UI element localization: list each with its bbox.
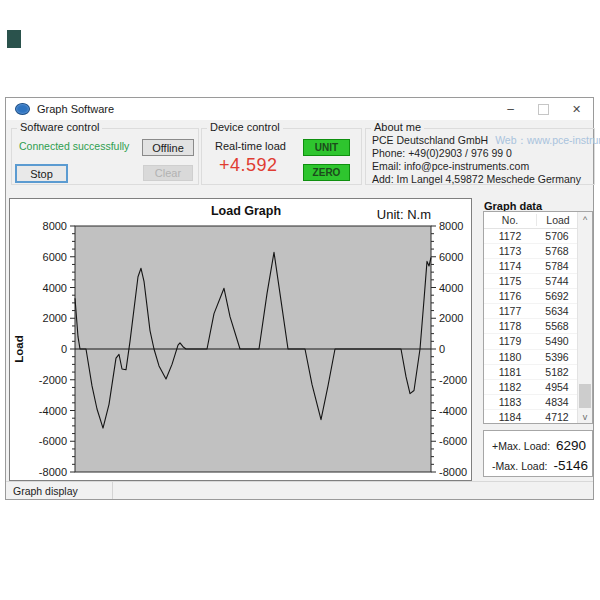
max-load-box: +Max. Load: 6290 -Max. Load: -5146	[483, 430, 593, 477]
table-scrollbar[interactable]: ^ v	[577, 212, 592, 423]
svg-text:-2000: -2000	[39, 374, 67, 386]
svg-text:-2000: -2000	[439, 374, 467, 386]
unit-button[interactable]: UNIT	[303, 139, 350, 156]
maximize-button[interactable]	[527, 98, 560, 120]
svg-text:-8000: -8000	[39, 466, 67, 478]
table-row[interactable]: 11805396	[484, 350, 592, 365]
email-line: Email: info@pce-instruments.com	[372, 160, 600, 173]
svg-text:-4000: -4000	[39, 405, 67, 417]
software-control-group: Software control Connected successfully …	[11, 128, 199, 185]
table-row[interactable]: 11725706	[484, 229, 592, 244]
load-chart: -8000-8000-6000-6000-4000-4000-2000-2000…	[10, 199, 473, 482]
realtime-load-value: +4.592	[219, 155, 278, 176]
about-group: About me PCE Deutschland GmbH Web：www.pc…	[365, 128, 595, 185]
table-header: No. Load	[484, 212, 592, 229]
max-pos-value: 6290	[556, 438, 586, 453]
company-name: PCE Deutschland GmbH	[372, 134, 488, 147]
software-control-label: Software control	[17, 121, 102, 133]
svg-text:0: 0	[439, 343, 445, 355]
column-header-load[interactable]: Load	[537, 214, 579, 226]
maximize-icon	[538, 104, 549, 115]
about-label: About me	[371, 121, 424, 133]
max-pos-label: +Max. Load:	[492, 440, 550, 452]
stray-corner-mark	[7, 30, 21, 48]
table-row[interactable]: 11755744	[484, 274, 592, 289]
table-row[interactable]: 11775634	[484, 304, 592, 319]
svg-text:Unit: N.m: Unit: N.m	[377, 207, 431, 222]
title-bar[interactable]: Graph Software – ✕	[6, 98, 593, 120]
table-row[interactable]: 11815182	[484, 365, 592, 380]
scroll-thumb[interactable]	[579, 384, 591, 408]
web-link[interactable]: Web：www.pce-instruments.com	[495, 134, 600, 147]
svg-text:Load: Load	[13, 335, 25, 362]
close-button[interactable]: ✕	[560, 98, 593, 120]
svg-text:2000: 2000	[43, 312, 67, 324]
svg-text:8000: 8000	[439, 220, 463, 232]
app-icon	[15, 103, 30, 115]
chart-panel: -8000-8000-6000-6000-4000-4000-2000-2000…	[9, 198, 472, 481]
status-bar: Graph display	[6, 481, 593, 499]
connection-status-text: Connected successfully	[19, 140, 129, 152]
offline-button[interactable]: Offline	[142, 139, 194, 156]
status-panel: Graph display	[6, 482, 113, 499]
max-neg-value: -5146	[553, 458, 588, 473]
realtime-load-label: Real-time load	[215, 140, 286, 152]
clear-button: Clear	[143, 165, 193, 181]
zero-button[interactable]: ZERO	[303, 164, 350, 181]
graph-table-body: 1172570611735768117457841175574411765692…	[484, 229, 592, 424]
address-line: Add: Im Langel 4,59872 Meschede Germany	[372, 173, 600, 186]
scroll-down-icon[interactable]: v	[578, 410, 592, 423]
table-row[interactable]: 11785568	[484, 319, 592, 334]
device-control-group: Device control Real-time load +4.592 UNI…	[201, 128, 362, 185]
table-row[interactable]: 11765692	[484, 289, 592, 304]
table-row[interactable]: 11844712	[484, 410, 592, 424]
phone-line: Phone: +49(0)2903 / 976 99 0	[372, 147, 600, 160]
svg-text:6000: 6000	[43, 251, 67, 263]
table-row[interactable]: 11824954	[484, 380, 592, 395]
svg-text:8000: 8000	[43, 220, 67, 232]
window-title: Graph Software	[37, 103, 114, 115]
svg-text:0: 0	[61, 343, 67, 355]
svg-text:-8000: -8000	[439, 466, 467, 478]
svg-text:6000: 6000	[439, 251, 463, 263]
table-row[interactable]: 11795490	[484, 334, 592, 349]
device-control-label: Device control	[207, 121, 283, 133]
minimize-button[interactable]: –	[494, 98, 527, 120]
table-row[interactable]: 11745784	[484, 259, 592, 274]
svg-text:4000: 4000	[439, 282, 463, 294]
graph-data-table: No. Load 1172570611735768117457841175574…	[483, 211, 593, 424]
max-neg-label: -Max. Load:	[492, 460, 547, 472]
table-row[interactable]: 11834834	[484, 395, 592, 410]
about-lines: PCE Deutschland GmbH Web：www.pce-instrum…	[372, 134, 600, 186]
stop-button[interactable]: Stop	[15, 164, 68, 183]
svg-text:-4000: -4000	[439, 405, 467, 417]
app-window: Graph Software – ✕ Software control Conn…	[5, 97, 594, 500]
svg-text:-6000: -6000	[39, 435, 67, 447]
column-header-no[interactable]: No.	[484, 214, 537, 226]
svg-text:2000: 2000	[439, 312, 463, 324]
svg-text:4000: 4000	[43, 282, 67, 294]
svg-text:-6000: -6000	[439, 435, 467, 447]
svg-text:Load Graph: Load Graph	[211, 204, 281, 218]
scroll-up-icon[interactable]: ^	[578, 213, 592, 226]
table-row[interactable]: 11735768	[484, 244, 592, 259]
